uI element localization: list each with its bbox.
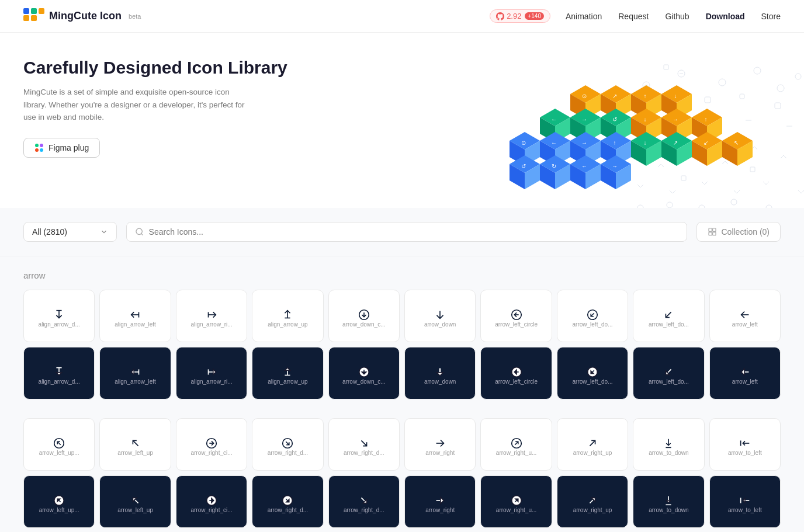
icon-label: arrow_right_ci... xyxy=(190,450,232,456)
svg-text:→: → xyxy=(581,116,587,123)
svg-rect-4 xyxy=(39,8,44,14)
icon-label: arrow_down xyxy=(424,321,456,328)
svg-text:↗: ↗ xyxy=(612,93,617,99)
icon-card-arrow-right-circle-outline[interactable]: arrow_right_ci... xyxy=(176,418,247,471)
nav-store[interactable]: Store xyxy=(761,12,781,21)
icon-card-arrow-left-down-outline[interactable]: arrow_left_do... xyxy=(633,290,704,342)
icon-card-arrow-to-left-outline[interactable]: arrow_to_left xyxy=(709,418,781,471)
icon-card-arrow-to-left-filled[interactable]: arrow_to_left xyxy=(709,475,781,528)
nav-links: Animation Request Github Download Store xyxy=(566,12,781,21)
nav-animation[interactable]: Animation xyxy=(566,12,602,21)
icon-card-arrow-down-outline[interactable]: arrow_down xyxy=(404,290,476,342)
icon-card-arrow-left-circle-filled[interactable]: arrow_left_circle xyxy=(480,347,552,399)
svg-point-32 xyxy=(766,205,772,208)
arrow-left-up-filled-icon xyxy=(129,494,142,507)
icon-label: arrow_left xyxy=(732,378,758,385)
icon-card-arrow-left-down-filled[interactable]: arrow_left_do... xyxy=(633,347,704,399)
arrow-right-icon xyxy=(434,437,446,450)
icon-card-align-arrow-down-outline[interactable]: align_arrow_d... xyxy=(23,290,95,342)
search-input[interactable] xyxy=(149,227,678,237)
category-label: arrow xyxy=(23,270,781,280)
beta-badge: beta xyxy=(129,13,141,20)
svg-text:↑: ↑ xyxy=(705,116,708,123)
icon-row-3: arrow_left_up... arrow_left_up arrow_rig… xyxy=(23,418,781,471)
svg-rect-3 xyxy=(31,15,37,21)
icon-card-arrow-right-up-filled[interactable]: arrow_right_up xyxy=(557,475,628,528)
icon-card-arrow-right-down-outline[interactable]: arrow_right_d... xyxy=(328,418,400,471)
icon-card-arrow-right-filled[interactable]: arrow_right xyxy=(404,475,476,528)
arrow-down-circle-icon xyxy=(358,308,370,321)
svg-marker-153 xyxy=(131,369,134,374)
svg-point-28 xyxy=(637,205,643,208)
svg-line-178 xyxy=(133,440,138,446)
icon-card-align-arrow-left-outline[interactable]: align_arrow_left xyxy=(99,290,171,342)
icon-card-arrow-down-circle-filled[interactable]: arrow_down_c... xyxy=(328,347,400,399)
github-score[interactable]: 2.92 +140 xyxy=(490,9,550,23)
arrow-left-circle-filled-icon xyxy=(510,366,523,378)
nav-github[interactable]: Github xyxy=(665,12,689,21)
icon-label: arrow_left_do... xyxy=(649,321,689,328)
main-nav: 2.92 +140 Animation Request Github Downl… xyxy=(490,9,781,23)
icon-row-1: align_arrow_d... align_arrow_left align_… xyxy=(23,290,781,342)
filter-dropdown[interactable]: All (2810) xyxy=(23,222,117,242)
icon-row-2: align_arrow_d... align_arrow_left align_… xyxy=(23,347,781,399)
icon-card-arrow-to-down-outline[interactable]: arrow_to_down xyxy=(633,418,704,471)
icon-label: arrow_right_ci... xyxy=(190,507,232,513)
icon-card-arrow-to-down-filled[interactable]: arrow_to_down xyxy=(633,475,704,528)
icon-card-arrow-left-up-circle-outline[interactable]: arrow_left_up... xyxy=(23,418,95,471)
arrow-left-up-circle-filled-icon xyxy=(53,494,65,507)
icon-card-arrow-right-down-filled[interactable]: arrow_right_d... xyxy=(328,475,400,528)
icon-card-arrow-left-outline[interactable]: arrow_left xyxy=(709,290,781,342)
icon-card-arrow-left-filled[interactable]: arrow_left xyxy=(709,347,781,399)
hero-section: Carefully Designed Icon Library MingCute… xyxy=(0,33,804,208)
icon-card-arrow-down-bold[interactable]: arrow_down xyxy=(404,347,476,399)
icon-label: arrow_left_do... xyxy=(573,378,613,385)
figma-button-label: Figma plug xyxy=(48,143,89,152)
icon-card-arrow-right-circle-filled[interactable]: arrow_right_ci... xyxy=(176,475,247,528)
align-arrow-left-filled-icon xyxy=(129,366,142,378)
icon-card-arrow-left-up-circle-filled[interactable]: arrow_left_up... xyxy=(23,475,95,528)
svg-rect-5 xyxy=(35,144,39,147)
svg-text:↓: ↓ xyxy=(644,140,647,146)
icon-card-align-arrow-up-filled[interactable]: align_arrow_up xyxy=(252,347,323,399)
icon-card-arrow-right-down-circle-outline[interactable]: arrow_right_d... xyxy=(252,418,323,471)
icon-card-align-arrow-left-filled[interactable]: align_arrow_left xyxy=(99,347,171,399)
icon-card-arrow-left-down-circle-filled[interactable]: arrow_left_do... xyxy=(557,347,628,399)
figma-plugin-button[interactable]: Figma plug xyxy=(23,138,100,158)
icon-card-arrow-left-circle-outline[interactable]: arrow_left_circle xyxy=(480,290,552,342)
icon-card-arrow-down-circle-outline[interactable]: arrow_down_c... xyxy=(328,290,400,342)
collection-button[interactable]: Collection (0) xyxy=(696,222,781,242)
icon-label: arrow_to_left xyxy=(728,450,762,456)
app-title: MingCute Icon xyxy=(49,10,122,22)
icon-label: arrow_right_d... xyxy=(268,507,308,513)
icon-card-arrow-right-up-outline[interactable]: arrow_right_up xyxy=(557,418,628,471)
svg-text:↻: ↻ xyxy=(552,163,556,169)
icon-label: align_arrow_ri... xyxy=(190,321,232,328)
arrow-right-up-circle-filled-icon xyxy=(510,494,523,507)
icon-card-align-arrow-right-outline[interactable]: align_arrow_ri... xyxy=(176,290,247,342)
svg-rect-21 xyxy=(775,103,781,109)
svg-line-186 xyxy=(515,441,518,445)
nav-download[interactable]: Download xyxy=(706,12,745,21)
svg-point-13 xyxy=(719,79,726,86)
icon-card-arrow-right-down-circle-filled[interactable]: arrow_right_d... xyxy=(252,475,323,528)
nav-request[interactable]: Request xyxy=(618,12,649,21)
icon-card-align-arrow-down-filled[interactable]: align_arrow_d... xyxy=(23,347,95,399)
icon-label: arrow_down_c... xyxy=(342,378,385,385)
icon-card-arrow-right-up-circle-outline[interactable]: arrow_right_u... xyxy=(480,418,552,471)
logo-area: MingCute Icon beta xyxy=(23,8,490,25)
icon-card-arrow-right-outline[interactable]: arrow_right xyxy=(404,418,476,471)
icon-card-arrow-left-up-filled[interactable]: arrow_left_up xyxy=(99,475,171,528)
icon-card-arrow-right-up-circle-filled[interactable]: arrow_right_u... xyxy=(480,475,552,528)
svg-rect-7 xyxy=(35,148,39,152)
icon-card-align-arrow-up-outline[interactable]: align_arrow_up xyxy=(252,290,323,342)
svg-text:↖: ↖ xyxy=(734,140,739,146)
icon-label: align_arrow_d... xyxy=(39,321,80,328)
icon-card-arrow-left-up-outline[interactable]: arrow_left_up xyxy=(99,418,171,471)
icon-card-arrow-left-down-circle-outline[interactable]: arrow_left_do... xyxy=(557,290,628,342)
hero-illustration: ⊙ ↗ ↑ ↓ xyxy=(395,50,804,208)
icon-card-align-arrow-right-filled[interactable]: align_arrow_ri... xyxy=(176,347,247,399)
arrow-right-up-circle-icon xyxy=(510,437,523,450)
svg-line-183 xyxy=(361,440,366,446)
svg-line-187 xyxy=(590,440,595,446)
